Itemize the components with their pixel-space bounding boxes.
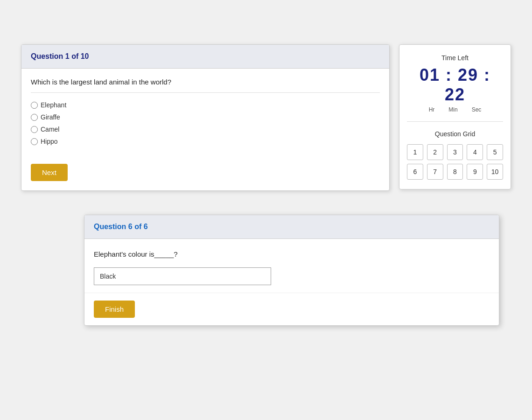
option-label-hippo: Hippo [41, 138, 58, 145]
quiz-card-1: Question 1 of 10 Which is the largest la… [21, 44, 390, 191]
grid-cell-8[interactable]: 8 [447, 164, 463, 180]
card-footer-2: Finish [84, 293, 499, 325]
question-header-2: Question 6 of 6 [84, 215, 499, 239]
finish-button[interactable]: Finish [94, 301, 135, 318]
time-left-label: Time Left [407, 54, 503, 62]
radio-giraffe[interactable] [31, 114, 38, 121]
option-camel[interactable]: Camel [31, 126, 380, 133]
radio-hippo[interactable] [31, 138, 38, 145]
question-counter-2: Question 6 of 6 [94, 223, 148, 231]
question-text-1: Which is the largest land animal in the … [31, 78, 380, 93]
grid-cell-2[interactable]: 2 [427, 144, 443, 160]
timer-labels: Hr Min Sec [407, 106, 503, 122]
option-label-camel: Camel [41, 126, 59, 133]
card-footer-1: Next [21, 157, 389, 190]
grid-cell-1[interactable]: 1 [407, 144, 423, 160]
options-list-1: Elephant Giraffe Camel Hippo [31, 101, 380, 145]
timer-sep2: : [484, 65, 490, 84]
grid-cell-4[interactable]: 4 [467, 144, 483, 160]
grid-cell-7[interactable]: 7 [427, 164, 443, 180]
hr-label: Hr [429, 106, 435, 113]
grid-cell-10[interactable]: 10 [487, 164, 503, 180]
radio-camel[interactable] [31, 126, 38, 133]
grid-cell-3[interactable]: 3 [447, 144, 463, 160]
radio-elephant[interactable] [31, 102, 38, 109]
timer-hours: 01 [420, 65, 440, 84]
answer-input[interactable] [94, 267, 271, 285]
side-panel: Time Left 01 : 29 : 22 Hr Min Sec Questi… [399, 44, 511, 189]
question-grid: 1 2 3 4 5 6 7 8 9 10 [407, 144, 503, 180]
option-label-elephant: Elephant [41, 101, 66, 109]
question-header-1: Question 1 of 10 [21, 45, 389, 69]
question-body-2: Elephant's colour is_____? [84, 239, 499, 293]
min-label: Min [448, 106, 457, 113]
option-giraffe[interactable]: Giraffe [31, 113, 380, 121]
grid-cell-5[interactable]: 5 [487, 144, 503, 160]
option-elephant[interactable]: Elephant [31, 101, 380, 109]
quiz-card-2: Question 6 of 6 Elephant's colour is____… [84, 215, 499, 326]
grid-label: Question Grid [407, 130, 503, 138]
option-hippo[interactable]: Hippo [31, 138, 380, 145]
option-label-giraffe: Giraffe [41, 113, 60, 121]
question-text-2: Elephant's colour is_____? [94, 250, 490, 258]
timer-sep1: : [446, 65, 458, 84]
next-button[interactable]: Next [31, 164, 68, 181]
question-counter-1: Question 1 of 10 [31, 52, 89, 60]
grid-cell-6[interactable]: 6 [407, 164, 423, 180]
timer-display: 01 : 29 : 22 [407, 65, 503, 105]
question-body-1: Which is the largest land animal in the … [21, 69, 389, 157]
timer-seconds: 22 [445, 85, 465, 104]
timer-minutes: 29 [458, 65, 478, 84]
grid-cell-9[interactable]: 9 [467, 164, 483, 180]
sec-label: Sec [472, 106, 482, 113]
